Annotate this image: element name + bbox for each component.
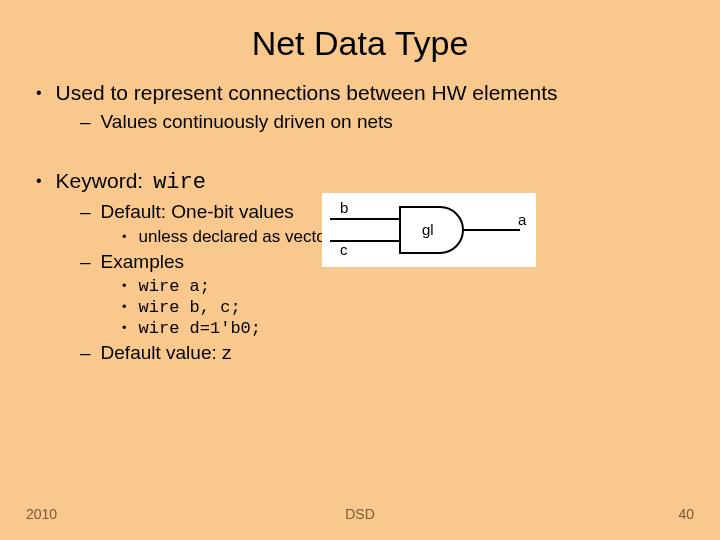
dash-icon: – [80, 342, 91, 364]
bullet-1: • Used to represent connections between … [36, 81, 700, 133]
footer-page-number: 40 [678, 506, 694, 522]
slide-title: Net Data Type [0, 0, 720, 81]
gate-output-a-label: a [518, 211, 527, 228]
dash-icon: – [80, 201, 91, 223]
footer-year: 2010 [26, 506, 57, 522]
bullet-2-sub-3: – Default value: z [80, 342, 700, 364]
bullet-icon: • [122, 229, 127, 244]
dash-icon: – [80, 111, 91, 133]
bullet-icon: • [122, 278, 127, 293]
example-1-text: wire a; [139, 277, 210, 296]
gate-name-label: gl [422, 221, 434, 238]
and-gate-figure: b c gl a [322, 193, 536, 267]
example-3: • wire d=1'b0; [122, 319, 700, 338]
bullet-2-sub-2-text: Examples [101, 251, 184, 273]
bullet-2-label: Keyword: [56, 169, 144, 193]
bullet-icon: • [36, 84, 42, 102]
bullet-icon: • [122, 320, 127, 335]
example-2: • wire b, c; [122, 298, 700, 317]
example-3-text: wire d=1'b0; [139, 319, 261, 338]
bullet-2-sub-3-text: Default value: z [101, 342, 232, 364]
bullet-2-sub-1-sub-text: unless declared as vectors [139, 227, 340, 247]
gate-input-c-label: c [340, 241, 348, 258]
bullet-1-text: Used to represent connections between HW… [56, 81, 558, 105]
bullet-2-sub-1-text: Default: One-bit values [101, 201, 294, 223]
keyword-wire: wire [153, 170, 206, 195]
bullet-1-sub-1: – Values continuously driven on nets [80, 111, 700, 133]
gate-input-b-label: b [340, 199, 348, 216]
bullet-icon: • [36, 172, 42, 190]
example-2-text: wire b, c; [139, 298, 241, 317]
bullet-1-sub-1-text: Values continuously driven on nets [101, 111, 393, 133]
example-1: • wire a; [122, 277, 700, 296]
dash-icon: – [80, 251, 91, 273]
bullet-icon: • [122, 299, 127, 314]
slide-footer: 2010 DSD 40 [0, 506, 720, 522]
footer-course: DSD [345, 506, 375, 522]
